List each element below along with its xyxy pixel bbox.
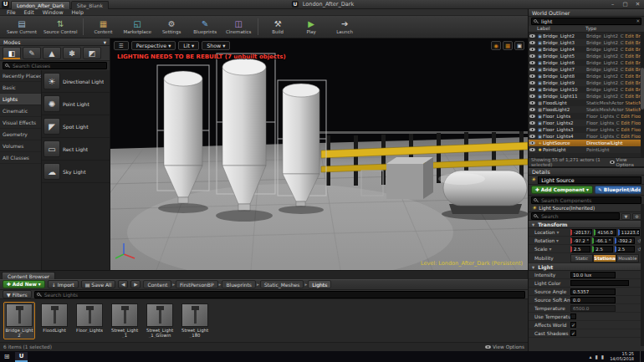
chevron-down-icon[interactable]: ▾: [549, 247, 551, 252]
outliner-view-options[interactable]: View Options: [610, 157, 641, 167]
scale-x-input[interactable]: 2.5: [570, 246, 590, 252]
visibility-eye-icon[interactable]: [529, 141, 535, 145]
place-item-sky-light[interactable]: ☁Sky Light: [42, 161, 110, 183]
place-item-directional-light[interactable]: ☀Directional Light: [42, 70, 110, 93]
rotation-y-input[interactable]: -66.1 °: [592, 237, 612, 244]
show-flags-button[interactable]: Show ▾: [202, 41, 230, 50]
grid-snap-icon[interactable]: ▦: [503, 41, 513, 50]
asset-bridge-light2[interactable]: Bridge_Light2: [3, 302, 35, 339]
place-item-rect-light[interactable]: ▭Rect Light: [42, 138, 110, 161]
intensity-input[interactable]: 10.0 lux: [570, 272, 616, 278]
outliner-row-lightsource[interactable]: ☀LightSourceDirectionalLight: [529, 140, 644, 146]
blueprint-add-script-button[interactable]: ✎ Blueprint/Add Scr: [595, 186, 641, 194]
paint-mode-icon[interactable]: ✎: [23, 47, 41, 59]
outliner-row-floodlight2[interactable]: ▦FloodLight2StaticMeshActor StaticMeshAc…: [529, 106, 644, 113]
asset-street-light-180[interactable]: Street_Light_180: [179, 302, 211, 339]
lit-mode-button[interactable]: Lit ▾: [178, 41, 199, 50]
content-browser-tab[interactable]: Content Browser: [2, 272, 55, 279]
rotation-x-input[interactable]: -97.2 °: [570, 237, 590, 244]
visibility-eye-icon[interactable]: [529, 61, 535, 65]
source-soft-angle-input[interactable]: 0.0: [570, 297, 616, 303]
mode-category-recently-placed[interactable]: Recently Placed: [0, 70, 41, 82]
asset-street-light-1-glowin[interactable]: Street_Light_1_Glowin: [144, 302, 176, 339]
breadcrumb-content[interactable]: Content: [143, 280, 171, 288]
outliner-row-bridge-light2[interactable]: ▣Bridge_Light2Bridge_Light2_C Edit Bridg…: [529, 33, 644, 39]
menu-file[interactable]: File: [3, 9, 20, 16]
mode-category-visual-effects[interactable]: Visual Effects: [0, 117, 41, 129]
menu-window[interactable]: Window: [38, 9, 68, 16]
breadcrumb-firstpersonbp[interactable]: FirstPersonBP: [176, 280, 218, 288]
visibility-eye-icon[interactable]: [529, 121, 535, 125]
visibility-eye-icon[interactable]: [529, 115, 535, 119]
mobility-stationary-button[interactable]: Stationary: [593, 254, 616, 263]
tray-expand-icon[interactable]: ▴: [590, 354, 592, 359]
place-mode-icon[interactable]: ◧: [3, 47, 21, 59]
tray-network-icon[interactable]: ▮: [595, 354, 598, 359]
maximize-button[interactable]: ▢: [619, 0, 631, 9]
scale-y-input[interactable]: 2.5: [592, 246, 612, 252]
outliner-search-input[interactable]: [531, 18, 641, 25]
asset-search-input[interactable]: [34, 291, 525, 298]
close-button[interactable]: ✕: [631, 0, 644, 9]
mode-category-basic[interactable]: Basic: [0, 82, 41, 94]
toolbar-launch-button[interactable]: ➔Launch: [328, 17, 361, 38]
breadcrumb-blueprints[interactable]: Blueprints: [222, 280, 256, 288]
tray-volume-icon[interactable]: ▮: [601, 354, 604, 359]
mode-category-all-classes[interactable]: All Classes: [0, 152, 41, 164]
details-search-input[interactable]: [531, 212, 620, 220]
affects-world-checkbox[interactable]: ✓: [570, 322, 576, 328]
visibility-eye-icon[interactable]: [529, 81, 535, 85]
outliner-row-bridge-light11[interactable]: ▣Bridge_Light11Bridge_Light2_C Edit Brid…: [529, 93, 644, 99]
viewport-canvas[interactable]: ☰ Perspective ▾ Lit ▾ Show ▾ ◉ ▦ ▣ LIGHT…: [110, 38, 528, 270]
save-all-button[interactable]: ▤ Save All: [81, 280, 116, 288]
cast-shadows-checkbox[interactable]: ✓: [570, 330, 576, 336]
place-item-point-light[interactable]: ✺Point Light: [42, 93, 110, 115]
source-angle-input[interactable]: 0.5357: [570, 288, 616, 295]
search-components-input[interactable]: [531, 196, 641, 204]
taskbar-clock[interactable]: 15:25 14/05/2018: [607, 352, 636, 361]
transform-section-header[interactable]: ▾ Transform: [529, 221, 644, 228]
scrollbar-thumb[interactable]: [641, 68, 644, 110]
outliner-row-pointlight[interactable]: ✺PointLightPointLight: [529, 146, 644, 153]
outliner-row-bridge-light9[interactable]: ▣Bridge_Light9Bridge_Light2_C Edit Bridg…: [529, 79, 644, 86]
rotation-z-input[interactable]: -392.2 °: [615, 237, 635, 244]
mode-category-geometry[interactable]: Geometry: [0, 129, 41, 140]
location-x-input[interactable]: -20137.0: [570, 229, 592, 236]
visibility-eye-icon[interactable]: [529, 68, 535, 72]
search-classes-input[interactable]: [3, 62, 107, 69]
outliner-row-floor-lights[interactable]: ▣Floor_LightsFloor_Lights_C Edit Floor_L…: [529, 113, 644, 120]
menu-edit[interactable]: Edit: [20, 9, 38, 16]
label-column-header[interactable]: Label: [537, 26, 585, 32]
toolbar-save-current-button[interactable]: ▤Save Current: [3, 17, 40, 38]
asset-floor-lights[interactable]: Floor_Lights: [74, 302, 105, 334]
camera-speed-icon[interactable]: ◉: [491, 41, 501, 50]
mode-category-volumes[interactable]: Volumes: [0, 140, 41, 152]
toolbar-settings-button[interactable]: ⚙Settings: [155, 17, 188, 38]
toolbar-build-button[interactable]: ⚒Build: [261, 17, 294, 38]
taskbar-ue-icon[interactable]: U: [15, 352, 28, 362]
outliner-row-bridge-light10[interactable]: ▣Bridge_Light10Bridge_Light2_C Edit Brid…: [529, 86, 644, 93]
outliner-row-bridge-light8[interactable]: ▣Bridge_Light8Bridge_Light2_C Edit Bridg…: [529, 73, 644, 79]
visibility-eye-icon[interactable]: [529, 41, 535, 45]
minimize-button[interactable]: –: [606, 0, 619, 9]
add-new-button[interactable]: ✚ Add New ▾: [3, 280, 45, 288]
outliner-row-bridge-light7[interactable]: ▣Bridge_Light7Bridge_Light2_C Edit Bridg…: [529, 66, 644, 73]
details-scrollbar[interactable]: [641, 204, 644, 346]
light-section-header[interactable]: ▾ Light: [529, 263, 644, 271]
window-tab-london-after-dark[interactable]: London_After_Dark: [11, 1, 70, 9]
mode-category-cinematic[interactable]: Cinematic: [0, 105, 41, 117]
chevron-down-icon[interactable]: ▾: [556, 238, 559, 243]
toolbar-content-button[interactable]: ▦Content: [86, 17, 120, 38]
start-button[interactable]: ⊞: [0, 351, 13, 362]
outliner-row-bridge-light4[interactable]: ▣Bridge_Light4Bridge_Light2_C Edit Bridg…: [529, 46, 644, 53]
visibility-eye-icon[interactable]: [529, 148, 535, 152]
mobility-static-button[interactable]: Static: [570, 254, 593, 263]
actor-name-field[interactable]: Light Source: [538, 176, 641, 184]
import-button[interactable]: ↓ Import: [48, 280, 79, 288]
visibility-eye-icon[interactable]: [529, 135, 535, 139]
visibility-eye-icon[interactable]: [529, 128, 535, 132]
chevron-down-icon[interactable]: ▾: [104, 38, 106, 45]
scale-z-input[interactable]: 2.5: [615, 246, 635, 252]
toolbar-blueprints-button[interactable]: ✎Blueprints: [188, 17, 222, 38]
place-item-spot-light[interactable]: ◤Spot Light: [42, 115, 110, 138]
